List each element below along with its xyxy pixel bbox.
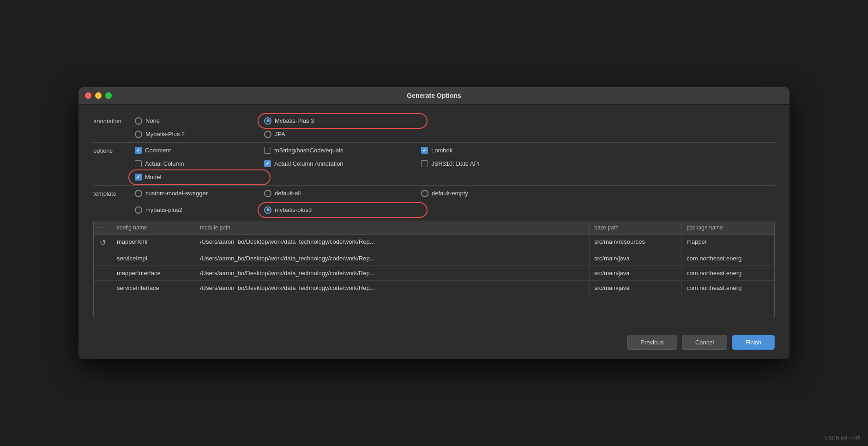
annotation-jpa[interactable]: JPA <box>264 129 421 139</box>
template-section: template custom-model-swagger default-al… <box>93 188 775 215</box>
annotation-jpa-radio[interactable] <box>264 131 271 138</box>
option-tostring[interactable]: toString/hashCode/equals <box>264 145 421 156</box>
jsr310-checkbox[interactable] <box>421 160 428 167</box>
annotation-none-radio[interactable] <box>135 117 142 125</box>
row-base-path: src/main/java <box>590 281 682 295</box>
row-base-path: src/main/java <box>590 266 682 280</box>
th-base-path: base path <box>590 221 682 234</box>
tostring-checkbox[interactable] <box>264 147 271 154</box>
template-mybatis-plus2[interactable]: mybatis-plus2 <box>135 205 264 215</box>
row-package-name: com.northeast.energ <box>682 266 774 280</box>
row-icon <box>94 281 112 295</box>
mybatis-plus3-radio[interactable] <box>264 206 271 214</box>
annotation-mybatis3-label: Mybatis-Plus 3 <box>275 117 314 124</box>
annotation-mybatis3-radio[interactable] <box>264 117 271 125</box>
finish-button[interactable]: Finish <box>732 335 775 350</box>
mybatis-plus3-label: mybatis-plus3 <box>275 206 312 213</box>
annotation-col1: None Mybatis-Plus 2 <box>135 116 264 139</box>
row-module-path: /Users/aaron_bo/Desktop/work/data_techno… <box>195 235 590 251</box>
actual-col-annotation-label: Actual Column Annotation <box>274 160 344 167</box>
option-comment[interactable]: Comment <box>135 145 264 156</box>
template-custom-swagger[interactable]: custom-model-swagger <box>135 188 264 199</box>
window-title: Generate Options <box>407 92 461 99</box>
content-area: annotation None Mybatis-Plus 2 Mybat <box>78 105 790 327</box>
options-col1: Comment Actual Column Model <box>135 145 264 182</box>
template-default-empty[interactable]: default-empty <box>421 188 775 199</box>
row-base-path: src/main/resources <box>590 235 682 251</box>
cancel-button[interactable]: Cancel <box>682 335 727 350</box>
options-options: Comment Actual Column Model toString/has… <box>135 145 775 182</box>
lombok-checkbox[interactable] <box>421 147 428 154</box>
section-divider <box>93 142 775 143</box>
options-label: options <box>93 145 135 154</box>
actual-column-label: Actual Column <box>145 160 184 167</box>
main-window: Generate Options annotation None Mybatis… <box>78 87 790 359</box>
annotation-jpa-label: JPA <box>275 131 285 138</box>
maximize-button[interactable] <box>105 92 112 99</box>
row-base-path: src/main/java <box>590 251 682 265</box>
row-config-name: serviceInterface <box>112 281 195 295</box>
template-col1b: mybatis-plus2 <box>135 205 264 215</box>
actual-col-annotation-checkbox[interactable] <box>264 160 271 167</box>
config-table: — config name module path base path pack… <box>93 221 775 318</box>
th-icon: — <box>94 221 112 234</box>
table-row[interactable]: serviceInterface/Users/aaron_bo/Desktop/… <box>94 281 774 295</box>
traffic-lights <box>85 92 112 99</box>
table-header: — config name module path base path pack… <box>94 221 774 235</box>
template-row1: custom-model-swagger default-all default… <box>135 188 775 199</box>
row-config-name: mapperXml <box>112 235 195 251</box>
template-row2: mybatis-plus2 mybatis-plus3 <box>135 205 775 215</box>
table-row[interactable]: mapperInterface/Users/aaron_bo/Desktop/w… <box>94 266 774 281</box>
close-button[interactable] <box>85 92 91 99</box>
th-config-name: config name <box>112 221 195 234</box>
options-col2: toString/hashCode/equals Actual Column A… <box>264 145 421 182</box>
default-all-radio[interactable] <box>264 190 271 197</box>
table-row[interactable]: ↺mapperXml/Users/aaron_bo/Desktop/work/d… <box>94 235 774 251</box>
mybatis-plus2-label: mybatis-plus2 <box>145 206 182 213</box>
model-checkbox[interactable] <box>135 174 142 181</box>
minimize-button[interactable] <box>95 92 102 99</box>
template-col3: default-empty <box>421 188 775 199</box>
default-empty-radio[interactable] <box>421 190 428 197</box>
row-icon <box>94 251 112 265</box>
footer: Previous Cancel Finish <box>78 327 790 359</box>
annotation-options: None Mybatis-Plus 2 Mybatis-Plus 3 JPA <box>135 116 775 139</box>
annotation-label: annotation <box>93 116 135 125</box>
watermark: CSDN @IT小猪 <box>825 434 861 441</box>
template-default-all[interactable]: default-all <box>264 188 421 199</box>
template-col1: custom-model-swagger <box>135 188 264 199</box>
row-icon <box>94 266 112 280</box>
template-col2b: mybatis-plus3 <box>264 205 421 215</box>
row-module-path: /Users/aaron_bo/Desktop/work/data_techno… <box>195 266 590 280</box>
option-actual-col-annotation[interactable]: Actual Column Annotation <box>264 159 421 169</box>
comment-checkbox[interactable] <box>135 147 142 154</box>
annotation-mybatis2-label: Mybatis-Plus 2 <box>145 131 185 138</box>
option-model[interactable]: Model <box>135 172 264 182</box>
table-row[interactable]: serviceImpl/Users/aaron_bo/Desktop/work/… <box>94 251 774 266</box>
annotation-mybatis3[interactable]: Mybatis-Plus 3 <box>264 116 421 126</box>
option-jsr310[interactable]: JSR310: Date API <box>421 159 775 169</box>
th-package-name: package name <box>682 221 774 234</box>
previous-button[interactable]: Previous <box>627 335 677 350</box>
th-module-path: module path <box>195 221 590 234</box>
annotation-section: annotation None Mybatis-Plus 2 Mybat <box>93 116 775 139</box>
options-col3: Lombok JSR310: Date API <box>421 145 775 182</box>
option-lombok[interactable]: Lombok <box>421 145 775 156</box>
row-package-name: com.northeast.energ <box>682 251 774 265</box>
row-icon: ↺ <box>94 235 112 251</box>
row-package-name: mapper <box>682 235 774 251</box>
template-mybatis-plus3[interactable]: mybatis-plus3 <box>264 205 421 215</box>
custom-swagger-label: custom-model-swagger <box>145 190 208 197</box>
lombok-label: Lombok <box>431 147 452 154</box>
annotation-mybatis2-radio[interactable] <box>135 131 142 138</box>
default-all-label: default-all <box>275 190 301 197</box>
custom-swagger-radio[interactable] <box>135 190 142 197</box>
row-config-name: serviceImpl <box>112 251 195 265</box>
annotation-mybatis2[interactable]: Mybatis-Plus 2 <box>135 129 264 139</box>
annotation-none[interactable]: None <box>135 116 264 126</box>
actual-column-checkbox[interactable] <box>135 160 142 167</box>
mybatis-plus2-radio[interactable] <box>135 206 142 214</box>
comment-label: Comment <box>145 147 171 154</box>
option-actual-column[interactable]: Actual Column <box>135 159 264 169</box>
options-section: options Comment Actual Column Model <box>93 145 775 182</box>
